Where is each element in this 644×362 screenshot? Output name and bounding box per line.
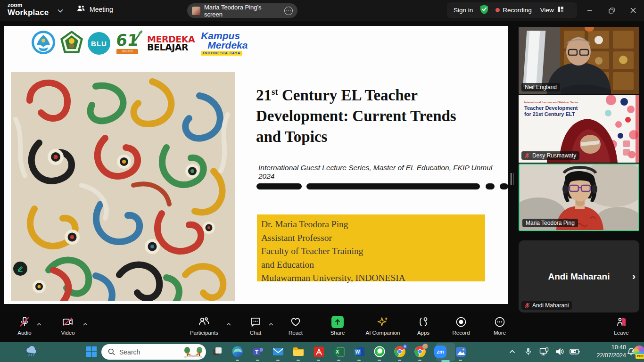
video-tile-neil-england[interactable]: Neil England [519, 27, 639, 94]
close-button[interactable] [626, 4, 640, 17]
meeting-toolbar: Audio Video Participants 37 [0, 313, 644, 342]
zoom-workplace-logo: zoom Workplace [8, 2, 49, 16]
chrome-app-icon[interactable] [393, 345, 406, 358]
more-button[interactable]: More [480, 316, 520, 336]
recording-label: Recording [503, 7, 532, 14]
audio-options-caret[interactable] [37, 319, 41, 328]
file-explorer-icon[interactable] [292, 345, 305, 358]
divider-bar [306, 183, 480, 189]
weather-widget[interactable] [25, 345, 38, 358]
profile-ring [402, 344, 408, 349]
running-indicator [378, 360, 381, 361]
ministry-education-logo [31, 30, 56, 57]
view-button[interactable]: View [540, 6, 564, 14]
shared-screen-slide: BLU 61 1962-2023 MERDEKA BELAJAR Kampus … [4, 26, 508, 304]
tab-shared-screen[interactable]: Maria Teodora Ping's screen ··· [187, 3, 297, 18]
whatsapp-app-icon[interactable] [373, 345, 386, 358]
share-screen-button[interactable]: Share [318, 316, 357, 336]
ai-companion-button[interactable]: AI Companion [363, 316, 403, 336]
camera-muted-icon [62, 316, 74, 328]
university-logo [59, 30, 84, 57]
minimize-button[interactable] [583, 4, 597, 17]
record-icon [455, 316, 467, 328]
running-indicator [297, 360, 300, 361]
tray-clock[interactable]: 10:40 22/07/2024 [585, 344, 626, 360]
taskbar-search[interactable]: Search [101, 344, 206, 360]
participants-options-caret[interactable] [226, 319, 231, 328]
mail-app-icon[interactable] [272, 345, 285, 358]
pencil-icon [17, 265, 24, 272]
running-indicator [317, 360, 320, 361]
chevron-down-icon[interactable] [58, 8, 63, 14]
participants-button[interactable]: Participants [184, 316, 224, 336]
restore-button[interactable] [604, 4, 619, 17]
avatar [192, 7, 200, 15]
security-shield-icon[interactable] [479, 4, 489, 16]
apps-button[interactable]: Apps [404, 316, 443, 336]
copilot-pre-badge: PRE [636, 354, 644, 359]
excel-app-icon[interactable]: X [332, 345, 346, 358]
tray-display-icon[interactable] [537, 345, 551, 358]
video-tile-desy-rusmawaty[interactable]: International Lecture and Webinar Series… [519, 95, 639, 163]
windows-icon [86, 346, 97, 357]
photos-app-icon[interactable] [454, 345, 467, 358]
tray-mic-icon[interactable] [521, 345, 535, 358]
excel-glyph: X [336, 349, 339, 354]
chrome-profile2-app-icon[interactable] [413, 345, 427, 358]
tab-options-icon[interactable]: ··· [284, 7, 293, 15]
tray-volume-icon[interactable] [553, 345, 567, 358]
zoom-app-running-indicator [441, 360, 450, 362]
participant-nameplate: Maria Teodora Ping [522, 219, 578, 227]
view-grid-icon [557, 6, 564, 14]
participant-nameplate: Desy Rusmawaty [521, 151, 579, 160]
participant-nameplate: Neil England [521, 83, 560, 91]
search-icon [108, 348, 115, 355]
panel-resize-handle[interactable] [511, 173, 514, 185]
record-button[interactable]: Record [441, 316, 481, 336]
apps-icon [417, 316, 429, 328]
sparkles-icon [377, 316, 389, 328]
tray-time: 10:40 [585, 344, 626, 352]
slide-subtitle: International Guest Lecture Series, Mast… [258, 164, 494, 181]
start-button[interactable] [85, 345, 98, 358]
chat-options-caret[interactable] [269, 319, 273, 328]
video-button[interactable]: Video [48, 316, 88, 336]
chat-icon [249, 316, 262, 328]
dayak-carving-image [11, 72, 235, 301]
task-view-button[interactable] [211, 345, 224, 358]
tray-battery-icon[interactable] [568, 345, 581, 358]
tray-expand-chevron[interactable] [505, 345, 519, 358]
mic-muted-icon [525, 303, 530, 308]
leave-button[interactable]: Leave [602, 316, 641, 336]
search-label: Search [119, 348, 179, 356]
svg-text:T: T [255, 349, 258, 354]
zoom-app-icon[interactable]: zm [434, 345, 447, 358]
edge-app-icon[interactable] [231, 345, 244, 358]
word-app-icon[interactable]: W [353, 345, 366, 358]
acrobat-app-icon[interactable] [312, 345, 325, 358]
participants-icon [198, 316, 210, 328]
windows-taskbar: 29° Search [0, 342, 644, 362]
video-tile-maria-teodora-ping[interactable]: Maria Teodora Ping [519, 164, 639, 231]
recording-dot-icon [495, 8, 500, 12]
annotate-button[interactable] [13, 262, 27, 276]
view-label: View [540, 7, 554, 14]
react-button[interactable]: React [276, 316, 315, 336]
speaker-info-box: Dr. Maria Teodora Ping Assistant Profess… [257, 214, 485, 281]
video-tile-andi-maharani[interactable]: Andi Maharani › Andi Maharani [519, 240, 639, 313]
divider-bar [500, 183, 508, 189]
participant-nameplate: Andi Maharani [521, 301, 572, 310]
titlebar-right-group: Sign in Recording View [447, 2, 577, 18]
running-indicator [418, 360, 421, 361]
kampus-merdeka-logo: Kampus Merdeka INDONESIA JAYA [201, 31, 252, 55]
running-indicator [256, 360, 259, 361]
tab-meeting[interactable]: Meeting [77, 5, 113, 14]
search-seasonal-art [183, 346, 203, 358]
zoom-glyph: zm [434, 346, 446, 358]
sign-in-button[interactable]: Sign in [454, 7, 473, 14]
mic-muted-icon [525, 153, 530, 158]
chevron-right-icon[interactable]: › [632, 271, 636, 283]
video-options-caret[interactable] [83, 319, 88, 328]
teams-app-icon[interactable]: T [251, 345, 264, 358]
divider-bar [256, 183, 302, 189]
